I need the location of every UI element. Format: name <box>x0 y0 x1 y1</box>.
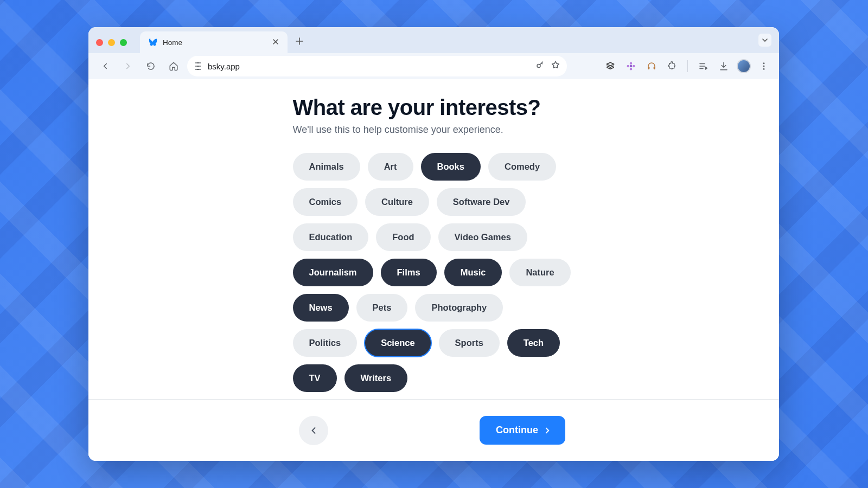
downloads-icon[interactable] <box>716 59 731 74</box>
svg-rect-7 <box>654 67 655 69</box>
svg-point-1 <box>630 65 633 68</box>
fullscreen-window-button[interactable] <box>120 39 127 46</box>
interest-chip[interactable]: Tech <box>507 329 560 357</box>
site-settings-icon[interactable] <box>194 62 202 70</box>
extension-stack-icon[interactable] <box>603 59 618 74</box>
toolbar-separator <box>687 60 688 72</box>
tab-title: Home <box>163 38 265 47</box>
interest-chip[interactable]: Films <box>381 259 437 286</box>
reload-button[interactable] <box>142 57 160 75</box>
tab-strip: Home <box>88 27 779 53</box>
interest-chip[interactable]: Books <box>421 153 481 181</box>
minimize-window-button[interactable] <box>108 39 115 46</box>
browser-menu-button[interactable] <box>756 59 771 74</box>
interest-chip[interactable]: Pets <box>356 294 408 322</box>
svg-rect-6 <box>648 67 649 69</box>
interest-chip[interactable]: Nature <box>509 259 570 286</box>
toolbar-right <box>603 59 771 74</box>
interest-chip[interactable]: Science <box>365 329 431 357</box>
window-controls <box>96 39 127 46</box>
interest-chip[interactable]: Video Games <box>438 223 527 251</box>
bluesky-favicon-icon <box>148 37 157 47</box>
interest-chip[interactable]: Comedy <box>488 153 556 181</box>
page-subtitle: We'll use this to help customise your ex… <box>293 124 575 136</box>
interest-chip[interactable]: Animals <box>293 153 360 181</box>
profile-avatar[interactable] <box>737 59 751 73</box>
interest-chip[interactable]: TV <box>293 364 337 392</box>
close-window-button[interactable] <box>96 39 103 46</box>
interest-chip[interactable]: Music <box>444 259 502 286</box>
browser-chrome: Home <box>88 27 779 79</box>
svg-point-10 <box>763 68 765 70</box>
new-tab-button[interactable] <box>295 36 304 48</box>
back-step-button[interactable] <box>299 416 328 445</box>
password-key-icon[interactable] <box>535 60 545 72</box>
interest-chip[interactable]: Culture <box>365 188 429 216</box>
footer-bar: Continue <box>88 399 779 461</box>
interest-chip[interactable]: News <box>293 294 349 322</box>
svg-point-5 <box>633 65 635 68</box>
svg-point-3 <box>630 68 633 70</box>
interest-chip[interactable]: Politics <box>293 329 358 357</box>
svg-point-4 <box>627 65 630 68</box>
interests-chip-group: AnimalsArtBooksComedyComicsCultureSoftwa… <box>293 153 575 392</box>
svg-point-2 <box>630 62 633 65</box>
address-bar[interactable]: bsky.app <box>187 56 567 76</box>
svg-point-9 <box>763 66 765 67</box>
interest-chip[interactable]: Photography <box>415 294 503 322</box>
media-playlist-icon[interactable] <box>695 59 711 74</box>
interest-chip[interactable]: Sports <box>439 329 500 357</box>
browser-toolbar: bsky.app <box>88 53 779 79</box>
interest-chip[interactable]: Comics <box>293 188 358 216</box>
extensions-puzzle-icon[interactable] <box>665 59 680 74</box>
tab-list-dropdown[interactable] <box>758 34 771 47</box>
svg-point-8 <box>763 62 765 64</box>
extension-headphones-icon[interactable] <box>644 59 659 74</box>
continue-button[interactable]: Continue <box>480 416 565 445</box>
page-content: What are your interests? We'll use this … <box>88 79 779 461</box>
address-text: bsky.app <box>208 62 530 71</box>
nav-forward-button[interactable] <box>119 57 137 75</box>
page-title: What are your interests? <box>293 95 575 120</box>
bookmark-star-icon[interactable] <box>551 60 560 72</box>
extension-flower-icon[interactable] <box>623 59 639 74</box>
home-button[interactable] <box>164 57 183 75</box>
nav-back-button[interactable] <box>96 57 114 75</box>
close-tab-button[interactable] <box>270 37 281 48</box>
interest-chip[interactable]: Writers <box>344 364 408 392</box>
interest-chip[interactable]: Art <box>368 153 413 181</box>
continue-button-label: Continue <box>496 425 538 436</box>
browser-tab[interactable]: Home <box>140 31 288 53</box>
interest-chip[interactable]: Food <box>376 223 430 251</box>
interest-chip[interactable]: Journalism <box>293 259 373 286</box>
interest-chip[interactable]: Education <box>293 223 369 251</box>
browser-window: Home <box>88 27 779 461</box>
chevron-right-icon <box>542 426 552 435</box>
interest-chip[interactable]: Software Dev <box>437 188 526 216</box>
